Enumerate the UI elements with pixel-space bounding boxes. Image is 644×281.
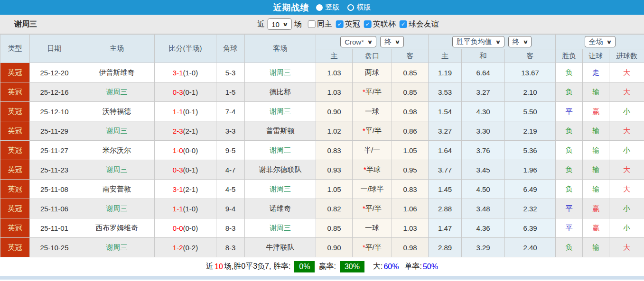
home-odds: 1.05: [316, 180, 353, 199]
result-text: 负: [566, 146, 573, 154]
date-text: 25-11-23: [40, 166, 68, 174]
away-odds: 1.06: [392, 199, 429, 218]
home-team: 伊普斯维奇: [79, 63, 155, 82]
score-cell: 3-1(2-1): [155, 180, 216, 199]
away-odds-value: 1.03: [403, 224, 417, 232]
avg-home: 1.64: [429, 141, 462, 160]
table-row: 英冠25-11-29谢周三2-3(2-1)3-3普雷斯顿1.02*平/半0.86…: [0, 121, 644, 141]
handicap-text: 平/半: [365, 243, 382, 251]
match-count-select[interactable]: 10 ∨: [267, 18, 292, 30]
big-label: 大:: [373, 262, 383, 272]
avg-away-value: 2.19: [523, 127, 537, 135]
radio-label: 竖版: [326, 3, 340, 12]
handicap-result-text: 走: [592, 68, 599, 76]
home-team-name: 谢周三: [106, 243, 128, 251]
home-odds-value: 0.83: [327, 146, 341, 154]
corner-text: 5-3: [225, 69, 236, 77]
away-team: 德比郡: [245, 82, 316, 102]
summary-count: 10: [215, 263, 223, 271]
checkbox-unchecked-icon[interactable]: [308, 20, 316, 28]
away-odds-value: 1.06: [403, 205, 417, 213]
handicap: 两球: [353, 63, 392, 82]
home-team-name: 谢周三: [106, 88, 128, 96]
away-odds-value: 0.98: [403, 108, 417, 116]
odds-source-select[interactable]: Crow* ∨: [340, 36, 376, 47]
goals-result-text: 大: [623, 127, 630, 135]
avg-away: 5.50: [505, 102, 556, 121]
sub-header-handicap-away: 客: [392, 49, 429, 63]
league-name: 英冠: [8, 146, 22, 154]
home-odds-value: 0.90: [327, 108, 341, 116]
table-row: 英冠25-12-10沃特福德1-1(0-1)7-4谢周三0.90一球0.981.…: [0, 102, 644, 121]
league-name: 英冠: [8, 127, 22, 135]
avg-away-value: 2.40: [523, 244, 537, 252]
corner-text: 9-5: [225, 146, 236, 154]
result-wdl: 平: [556, 218, 583, 238]
half-score: (1-0): [183, 205, 198, 213]
handicap: 一/球半: [353, 180, 392, 199]
avg-draw-value: 4.50: [476, 185, 490, 193]
result-text: 平: [566, 224, 573, 232]
home-team-name: 谢周三: [106, 165, 128, 173]
avg-home-value: 1.47: [438, 224, 452, 232]
checkbox-label: 英联杯: [373, 19, 396, 29]
layout-radio-1[interactable]: 横版: [347, 3, 371, 12]
handicap: *平/半: [353, 82, 392, 102]
away-odds-value: 0.85: [403, 69, 417, 77]
avg-home: 1.47: [429, 218, 462, 238]
chevron-down-icon: ∨: [394, 39, 401, 45]
handicap: *半球: [353, 160, 392, 180]
away-odds: 0.85: [392, 63, 429, 82]
home-team-name: 西布罗姆维奇: [95, 224, 138, 232]
full-score: 0-3: [173, 166, 183, 174]
result-handicap: 输: [583, 82, 609, 102]
avg-home: 3.27: [429, 121, 462, 141]
corner-score: 4-5: [216, 180, 245, 199]
handicap-result-text: 输: [592, 243, 599, 251]
handicap-text: 两球: [365, 68, 379, 76]
avg-away-value: 6.49: [523, 185, 537, 193]
home-odds: 0.90: [316, 102, 353, 121]
layout-radio-0[interactable]: 竖版: [316, 3, 340, 12]
away-team: 谢周三: [245, 180, 316, 199]
checkbox-checked-icon[interactable]: ✓: [400, 20, 407, 28]
league-badge: 英冠: [0, 82, 30, 102]
half-score: (0-1): [183, 108, 198, 116]
avg-draw: 3.27: [462, 82, 505, 102]
corner-score: 1-5: [216, 82, 245, 102]
goals-result-text: 小: [623, 224, 630, 232]
away-odds-value: 1.05: [403, 146, 417, 154]
match-date: 25-11-23: [30, 160, 79, 180]
checkbox-checked-icon[interactable]: ✓: [364, 20, 372, 28]
league-badge: 英冠: [0, 199, 30, 218]
avg-time-select[interactable]: 终 ∨: [508, 36, 532, 47]
score-cell: 0-3(0-1): [155, 82, 216, 102]
avg-away-value: 5.50: [523, 108, 537, 116]
odds-time-select[interactable]: 终 ∨: [380, 36, 404, 47]
result-goals: 大: [609, 82, 644, 102]
goals-result-text: 小: [623, 146, 630, 154]
odds-rate-badge: 30%: [340, 261, 364, 272]
summary-stats: 场,胜0平3负7, 胜率:: [224, 262, 290, 272]
avg-draw-value: 4.36: [476, 224, 490, 232]
checkbox-label: 球会友谊: [409, 19, 439, 29]
bottom-strip: [0, 276, 644, 280]
corner-text: 8-3: [225, 244, 236, 252]
filter-bar: 谢周三 近 10 ∨ 场 同主✓英冠✓英联杯✓球会友谊: [0, 15, 644, 34]
result-wdl: 负: [556, 63, 583, 82]
chevron-down-icon: ∨: [606, 39, 612, 45]
corner-text: 9-4: [225, 205, 236, 213]
scope-select[interactable]: 全场 ∨: [585, 36, 616, 47]
corner-score: 8-3: [216, 218, 245, 238]
sub-header-avg-away: 客: [505, 49, 556, 63]
corner-text: 3-3: [225, 127, 236, 135]
avg-type-select[interactable]: 胜平负均值 ∨: [452, 36, 504, 47]
radio-icon: [347, 4, 354, 11]
result-wdl: 负: [556, 141, 583, 160]
single-rate: 50%: [423, 263, 438, 271]
handicap-result-text: 输: [592, 127, 599, 135]
result-wdl: 负: [556, 82, 583, 102]
corner-score: 5-3: [216, 63, 245, 82]
checkbox-checked-icon[interactable]: ✓: [336, 20, 344, 28]
away-team: 谢周三: [245, 102, 316, 121]
